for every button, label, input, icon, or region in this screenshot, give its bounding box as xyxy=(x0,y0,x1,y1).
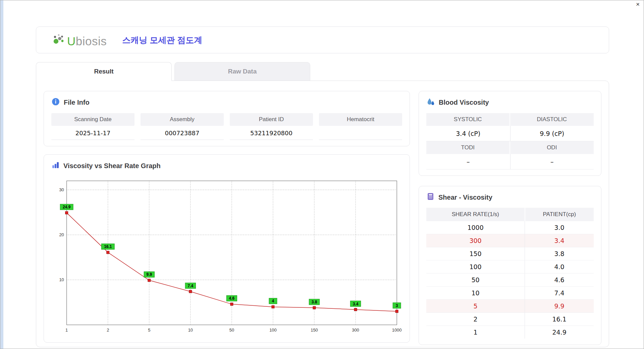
tab-bar: Result Raw Data xyxy=(36,62,609,81)
diastolic-value: 9.9 (cP) xyxy=(510,126,594,141)
field-value: 2025-11-17 xyxy=(51,126,135,140)
shear-viscosity-title: Shear - Viscosity xyxy=(438,194,492,201)
table-row: 10003.0 xyxy=(426,221,594,234)
svg-text:1000: 1000 xyxy=(392,328,402,333)
svg-text:20: 20 xyxy=(59,232,64,237)
shear-viscosity-card: Shear - Viscosity SHEAR RATE(1/s) PATIEN… xyxy=(419,186,601,345)
shear-rate-cell: 2 xyxy=(426,313,525,326)
patient-viscosity-cell: 4.0 xyxy=(525,260,594,273)
svg-text:2: 2 xyxy=(107,328,109,333)
info-icon xyxy=(51,97,60,108)
blood-viscosity-title-row: Blood Viscosity xyxy=(426,97,594,108)
todi-label: TODI xyxy=(426,141,510,154)
odi-value: – xyxy=(510,154,594,169)
shear-rate-cell: 1 xyxy=(426,326,525,339)
page-title: 스캐닝 모세관 점도계 xyxy=(122,35,202,46)
shear-rate-cell: 10 xyxy=(426,287,525,300)
table-row: 1004.0 xyxy=(426,260,594,273)
svg-text:5: 5 xyxy=(148,328,150,333)
shear-rate-cell: 5 xyxy=(426,300,525,313)
todi-value: – xyxy=(426,154,510,169)
svg-text:50: 50 xyxy=(229,328,234,333)
patient-viscosity-cell: 4.6 xyxy=(525,273,594,287)
svg-text:9.9: 9.9 xyxy=(147,272,152,277)
file-info-title-row: File Info xyxy=(51,97,402,108)
table-row: 3003.4 xyxy=(426,234,594,247)
blood-viscosity-grid: SYSTOLIC DIASTOLIC 3.4 (cP) 9.9 (cP) TOD… xyxy=(426,113,594,169)
right-column: Blood Viscosity SYSTOLIC DIASTOLIC 3.4 (… xyxy=(419,91,601,340)
table-row: 504.6 xyxy=(426,273,594,287)
result-panel: File Info Scanning Date 2025-11-17 Assem… xyxy=(36,81,609,347)
table-row: 59.9 xyxy=(426,300,594,313)
viscosity-chart: 1020301251050100150300100024.916.19.97.4… xyxy=(51,176,402,336)
svg-text:24.9: 24.9 xyxy=(63,205,71,209)
window-left-accent xyxy=(0,0,3,349)
graph-title-row: Viscosity vs Shear Rate Graph xyxy=(51,161,402,171)
patient-viscosity-cell: 9.9 xyxy=(525,300,594,313)
svg-text:16.1: 16.1 xyxy=(104,244,112,249)
svg-text:1: 1 xyxy=(65,328,68,333)
shear-rate-cell: 150 xyxy=(426,247,525,260)
file-info-title: File Info xyxy=(64,99,90,106)
left-column: File Info Scanning Date 2025-11-17 Assem… xyxy=(44,91,410,340)
field-value: 53211920800 xyxy=(230,126,313,140)
diastolic-label: DIASTOLIC xyxy=(510,113,594,126)
field-hematocrit: Hematocrit xyxy=(319,113,402,140)
water-drops-icon xyxy=(426,97,435,108)
field-label: Assembly xyxy=(141,113,224,126)
blood-viscosity-title: Blood Viscosity xyxy=(439,99,489,106)
patient-viscosity-cell: 3.0 xyxy=(525,221,594,234)
logo-wordmark: Ubiosis xyxy=(67,35,107,47)
svg-text:3: 3 xyxy=(396,303,398,308)
field-label: Hematocrit xyxy=(319,113,402,126)
field-value xyxy=(319,126,402,140)
bar-chart-icon xyxy=(51,161,60,171)
table-row: 216.1 xyxy=(426,313,594,326)
svg-text:3.4: 3.4 xyxy=(353,302,359,306)
patient-viscosity-cell: 24.9 xyxy=(525,326,594,339)
page-content: Ubiosis 스캐닝 모세관 점도계 Result Raw Data xyxy=(0,0,644,347)
svg-text:7.4: 7.4 xyxy=(188,284,194,288)
shear-rate-cell: 1000 xyxy=(426,221,525,234)
shear-rate-cell: 100 xyxy=(426,260,525,273)
svg-text:100: 100 xyxy=(269,328,277,333)
tab-raw-data[interactable]: Raw Data xyxy=(174,62,310,81)
shear-rate-cell: 300 xyxy=(426,234,525,247)
shear-viscosity-title-row: Shear - Viscosity xyxy=(426,192,594,202)
file-info-fields: Scanning Date 2025-11-17 Assembly 000723… xyxy=(51,113,402,140)
shear-rate-cell: 50 xyxy=(426,273,525,287)
file-info-card: File Info Scanning Date 2025-11-17 Assem… xyxy=(44,91,410,146)
ubiosis-logo: Ubiosis xyxy=(52,33,107,47)
table-header-row: SHEAR RATE(1/s) PATIENT(cp) xyxy=(426,208,594,221)
patient-viscosity-cell: 3.4 xyxy=(525,234,594,247)
field-label: Scanning Date xyxy=(51,113,135,126)
table-row: 124.9 xyxy=(426,326,594,339)
systolic-value: 3.4 (cP) xyxy=(426,126,510,141)
table-row: 1503.8 xyxy=(426,247,594,260)
svg-text:3.8: 3.8 xyxy=(312,300,317,304)
shear-viscosity-table: SHEAR RATE(1/s) PATIENT(cp) 10003.03003.… xyxy=(426,208,594,339)
shear-table-body: 10003.03003.41503.81004.0504.6107.459.92… xyxy=(426,221,594,339)
tab-result[interactable]: Result xyxy=(36,62,172,81)
svg-text:10: 10 xyxy=(188,328,193,333)
table-row: 107.4 xyxy=(426,287,594,300)
odi-label: ODI xyxy=(510,141,594,154)
blood-viscosity-card: Blood Viscosity SYSTOLIC DIASTOLIC 3.4 (… xyxy=(419,91,601,176)
svg-text:4: 4 xyxy=(272,299,274,303)
systolic-label: SYSTOLIC xyxy=(426,113,510,126)
patient-viscosity-cell: 16.1 xyxy=(525,313,594,326)
patient-viscosity-cell: 7.4 xyxy=(525,287,594,300)
viscosity-graph-card: Viscosity vs Shear Rate Graph 1020301251… xyxy=(44,154,410,343)
svg-text:10: 10 xyxy=(59,277,64,282)
svg-text:4.6: 4.6 xyxy=(229,296,235,301)
graph-title: Viscosity vs Shear Rate Graph xyxy=(63,162,161,170)
patient-column-header: PATIENT(cp) xyxy=(525,208,594,221)
svg-text:300: 300 xyxy=(352,328,359,333)
field-label: Patient ID xyxy=(230,113,313,126)
field-value: 000723887 xyxy=(141,126,224,140)
app-header: Ubiosis 스캐닝 모세관 점도계 xyxy=(36,27,609,53)
logo-letters-rest: biosis xyxy=(76,35,107,48)
logo-letter-u: U xyxy=(67,35,76,48)
close-icon[interactable]: × xyxy=(636,1,640,7)
svg-text:30: 30 xyxy=(59,187,64,192)
